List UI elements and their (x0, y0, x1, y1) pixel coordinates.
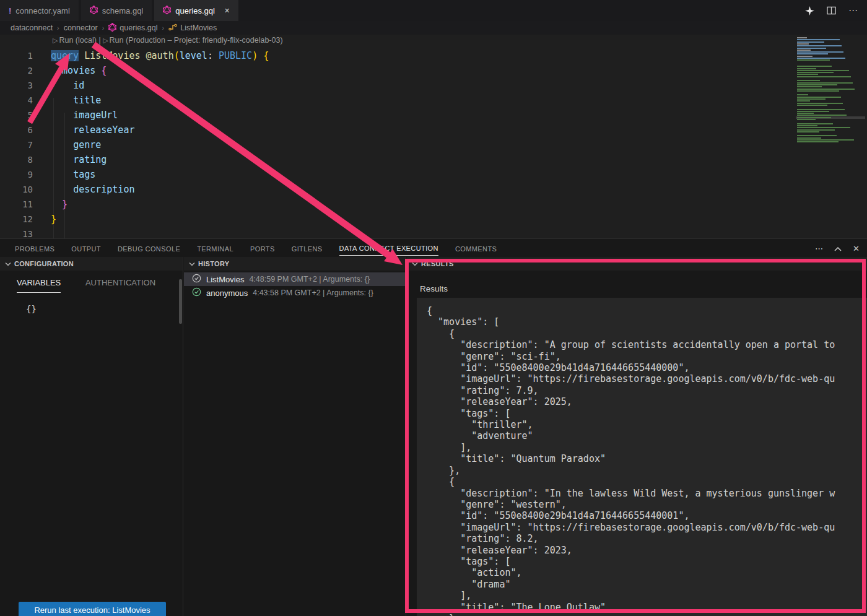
code-editor[interactable]: ▷Run (local) | ▷Run (Production – Projec… (0, 35, 867, 239)
line-number: 12 (0, 212, 33, 227)
line-number: 1 (0, 48, 33, 63)
results-section: RESULTS Results { "movies": [ { "descrip… (407, 257, 867, 616)
panel-tab-output[interactable]: OUTPUT (71, 241, 101, 256)
panel-tab-data-connect-execution[interactable]: DATA CONNECT EXECUTION (339, 241, 438, 256)
split-editor-icon[interactable] (827, 6, 836, 15)
editor-tab-bar: !connector.yamlschema.gqlqueries.gql✕ (0, 0, 867, 21)
minimap-line (797, 80, 820, 81)
breadcrumb-item-queries.gql[interactable]: queries.gql (108, 23, 157, 33)
run-local-link[interactable]: ▷Run (local) (53, 36, 97, 45)
editor-actions: ⋯ (805, 0, 858, 21)
history-entry-anonymous[interactable]: anonymous4:43:58 PM GMT+2 | Arguments: {… (184, 286, 406, 300)
minimap-line (797, 39, 840, 40)
minimap-line (797, 58, 845, 59)
line-number: 13 (0, 227, 33, 239)
minimap-line (797, 103, 843, 104)
minimap-line (797, 127, 850, 128)
panel-tab-comments[interactable]: COMMENTS (455, 241, 497, 256)
tab-queries.gql[interactable]: queries.gql✕ (154, 0, 238, 21)
tab-label: schema.gql (102, 6, 143, 15)
yaml-warning-icon: ! (9, 6, 11, 15)
code-line-6: releaseYear (51, 123, 134, 137)
tab-variables[interactable]: VARIABLES (17, 278, 61, 293)
tab-connector.yaml[interactable]: !connector.yaml (0, 0, 79, 21)
tab-label: queries.gql (175, 6, 215, 15)
minimap-line (797, 51, 843, 53)
line-number: 10 (0, 182, 33, 197)
minimap-line (797, 37, 807, 38)
breadcrumb-item-dataconnect[interactable]: dataconnect (11, 24, 53, 32)
code-line-8: rating (51, 152, 107, 167)
minimap-line (797, 48, 826, 49)
code-line-4: title (51, 93, 101, 108)
minimap-line (797, 135, 837, 136)
panel-maximize-icon[interactable] (834, 244, 842, 253)
history-entry-ListMovies[interactable]: ListMovies4:48:59 PM GMT+2 | Arguments: … (184, 272, 406, 286)
results-json-block[interactable]: { "movies": [ { "description": "A group … (417, 298, 867, 616)
panel-actions: ⋯ ✕ (815, 240, 860, 257)
minimap-line (797, 45, 842, 46)
run-production-link[interactable]: ▷Run (Production – Project: friendly-fli… (103, 36, 282, 45)
more-actions-icon[interactable]: ⋯ (848, 5, 858, 16)
minimap-line (797, 139, 854, 141)
history-section: HISTORY ListMovies4:48:59 PM GMT+2 | Arg… (184, 257, 406, 616)
code-line-2: movies { (51, 63, 107, 78)
breadcrumb-separator: › (162, 24, 165, 32)
code-line-3: id (51, 78, 84, 93)
line-number: 5 (0, 108, 33, 123)
tab-authentication[interactable]: AUTHENTICATION (85, 278, 155, 292)
line-number: 6 (0, 123, 33, 137)
panel-tab-ports[interactable]: PORTS (250, 241, 275, 256)
tab-schema.gql[interactable]: schema.gql (81, 0, 152, 21)
panel-close-icon[interactable]: ✕ (853, 244, 860, 253)
minimap-line (797, 68, 816, 69)
vscode-window: !connector.yamlschema.gqlqueries.gql✕ ⋯ … (0, 0, 867, 616)
minimap-line (797, 109, 845, 110)
minimap-line (797, 117, 831, 118)
history-entry-name: anonymous (206, 288, 248, 298)
minimap-line (797, 82, 853, 84)
minimap-line (797, 98, 826, 100)
history-entry-meta: 4:43:58 PM GMT+2 | Arguments: {} (253, 288, 373, 297)
scrollbar-thumb[interactable] (179, 279, 182, 324)
panel-tab-debug-console[interactable]: DEBUG CONSOLE (118, 241, 180, 256)
code-line-7: genre (51, 137, 101, 152)
line-number: 4 (0, 93, 33, 108)
history-header[interactable]: HISTORY (184, 257, 406, 271)
sparkle-icon[interactable] (805, 6, 814, 15)
panel-tab-terminal[interactable]: TERMINAL (197, 241, 233, 256)
line-number: 8 (0, 152, 33, 167)
panel-tab-gitlens[interactable]: GITLENS (292, 241, 323, 256)
code-line-5: imageUrl (51, 108, 118, 123)
minimap-line (797, 141, 839, 142)
tab-label: connector.yaml (15, 6, 69, 15)
history-entry-meta: 4:48:59 PM GMT+2 | Arguments: {} (249, 275, 370, 284)
play-icon: ▷ (103, 37, 108, 44)
minimap-line (797, 50, 811, 51)
configuration-header[interactable]: CONFIGURATION (0, 257, 183, 271)
minimap-line (797, 125, 817, 126)
check-circle-icon (192, 274, 201, 285)
minimap-line (797, 84, 837, 85)
panel-more-icon[interactable]: ⋯ (815, 244, 823, 253)
results-label: Results (420, 284, 448, 293)
breadcrumb-item-connector[interactable]: connector (64, 24, 98, 32)
variables-value[interactable]: {} (26, 304, 37, 314)
results-header[interactable]: RESULTS (407, 257, 867, 271)
line-number: 2 (0, 63, 33, 78)
rerun-last-execution-button[interactable]: Rerun last execution: ListMovies (19, 602, 166, 616)
minimap[interactable] (796, 37, 865, 147)
code-line-10: description (51, 182, 134, 197)
minimap-line (797, 100, 810, 102)
minimap-line (797, 119, 816, 120)
panel-tab-problems[interactable]: PROBLEMS (15, 241, 54, 256)
breadcrumb-separator: › (102, 24, 105, 32)
breadcrumb-item-ListMovies[interactable]: ListMovies (168, 23, 217, 33)
panel-body: CONFIGURATION VARIABLES AUTHENTICATION {… (0, 257, 867, 616)
operation-icon (168, 23, 177, 33)
minimap-line (797, 123, 833, 124)
minimap-line (797, 70, 849, 71)
close-icon[interactable]: ✕ (224, 7, 230, 15)
minimap-line (797, 137, 821, 139)
minimap-line (797, 72, 834, 73)
